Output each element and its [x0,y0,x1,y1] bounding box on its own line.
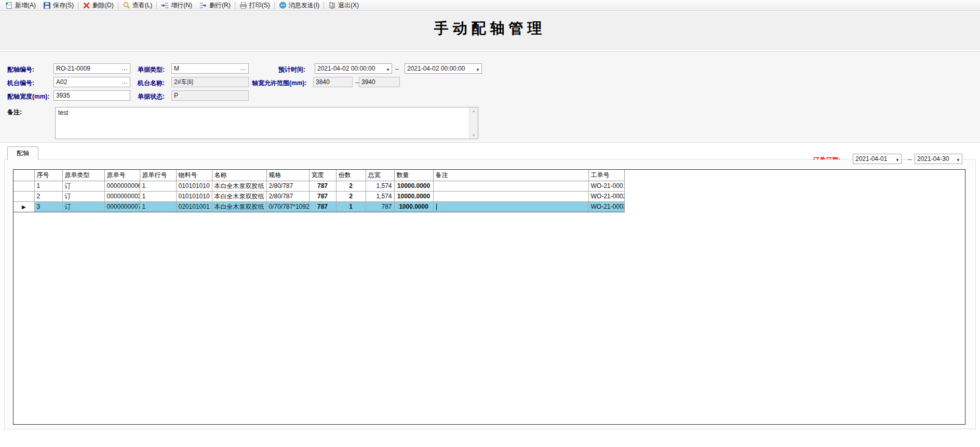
ellipsis-icon[interactable]: … [122,78,128,86]
print-button[interactable]: 打印(S) [236,0,274,11]
view-button[interactable]: 查看(L) [119,0,156,11]
chevron-down-icon[interactable]: ▼ [386,66,390,74]
table-cell-spec[interactable]: 2/80/787 [266,191,309,201]
table-cell-qty[interactable]: 10000.0000 [394,181,433,191]
tab-peizhou[interactable]: 配轴 [7,146,38,160]
chevron-down-icon[interactable]: ▼ [956,156,960,164]
table-cell-src_type[interactable]: 订 [62,201,104,212]
column-header[interactable]: 备注 [433,170,588,181]
table-cell-work_no[interactable]: WO-21-0001 [588,181,624,191]
column-header[interactable]: 工单号 [588,170,624,181]
table-cell-spec[interactable]: 0/70/787*1092 [266,201,309,212]
table-cell-qty[interactable]: 1000.0000 [394,201,433,212]
column-header[interactable]: 原单行号 [140,170,176,181]
add-row-icon [161,2,169,9]
column-header[interactable]: 总宽 [366,170,394,181]
expected-time-from-select[interactable]: 2021-04-02 00:00:00 ▼ [315,63,392,74]
chevron-down-icon[interactable]: ▼ [476,66,480,74]
doc-status-input[interactable]: P [171,90,249,101]
ellipsis-icon[interactable]: … [240,64,247,72]
column-header[interactable]: 宽度 [309,170,336,181]
table-cell-seq[interactable]: 1 [34,181,62,191]
row-selector-cell[interactable]: ▶ [14,201,34,212]
table-cell-qty[interactable]: 10000.0000 [394,191,433,201]
table-cell-material[interactable]: 020101001 [176,201,212,212]
order-date-from-select[interactable]: 2021-04-01 ▼ [853,154,902,164]
table-cell-total_width[interactable]: 787 [366,201,394,212]
row-selector-cell[interactable] [14,181,34,191]
table-cell-src_no[interactable]: 0000000007 [104,201,140,212]
table-cell-remark[interactable] [433,181,588,191]
new-button-label: 新增(A) [15,1,36,10]
table-cell-name[interactable]: 本白全木浆双胶纸 [212,191,266,201]
table-cell-seq[interactable]: 2 [34,191,62,201]
order-date-to-select[interactable]: 2021-04-30 ▼ [915,154,962,164]
table-cell-src_type[interactable]: 订 [62,191,104,201]
column-header[interactable] [14,170,34,181]
table-cell-material[interactable]: 010101010 [176,181,212,191]
table-cell-name[interactable]: 本白全木浆双胶纸 [212,201,266,212]
column-header[interactable]: 原单类型 [62,170,104,181]
table-cell-width[interactable]: 787 [309,191,336,201]
machine-name-input[interactable]: 2#车间 [171,77,249,87]
table-cell-src_line[interactable]: 1 [140,191,176,201]
column-header[interactable]: 序号 [34,170,62,181]
exit-button[interactable]: 退出(X) [325,0,363,11]
column-header[interactable]: 原单号 [104,170,140,181]
table-cell-remark[interactable] [433,201,588,212]
peizhou-no-input[interactable]: RO-21-0009 … [53,63,130,74]
textarea-scrollbar[interactable]: ▲ ▼ [469,107,478,139]
ellipsis-icon[interactable]: … [122,64,128,72]
table-cell-src_no[interactable]: 0000000003 [104,191,140,201]
send-message-button[interactable]: 消息发送(I) [275,0,323,11]
table-cell-spec[interactable]: 2/80/787 [266,181,309,191]
machine-no-input[interactable]: A02 … [53,77,130,87]
table-row[interactable]: 1订00000000061010101010本白全木浆双胶纸2/80/78778… [14,181,624,191]
table-cell-src_no[interactable]: 0000000006 [104,181,140,191]
table-cell-copies[interactable]: 2 [336,191,366,201]
table-cell-width[interactable]: 787 [309,181,336,191]
add-row-button[interactable]: 增行(N) [157,0,196,11]
table-cell-remark[interactable] [433,191,588,201]
new-button[interactable]: 新增(A) [2,0,39,11]
width-range-to-input[interactable]: 3940 [359,77,400,87]
table-cell-work_no[interactable]: WO-21-0002 [588,191,624,201]
column-header[interactable]: 规格 [266,170,309,181]
exit-icon [328,2,336,9]
column-header[interactable]: 名称 [212,170,266,181]
scroll-down-icon[interactable]: ▼ [469,133,478,137]
table-row[interactable]: ▶3订00000000071020101001本白全木浆双胶纸0/70/787*… [14,201,624,212]
doc-type-input[interactable]: M … [171,63,249,74]
table-cell-name[interactable]: 本白全木浆双胶纸 [212,181,266,191]
column-header[interactable]: 数量 [394,170,433,181]
table-cell-work_no[interactable]: WO-21-0003 [588,201,624,212]
table-cell-copies[interactable]: 2 [336,181,366,191]
view-button-label: 查看(L) [132,1,153,10]
delete-row-button[interactable]: 删行(R) [196,0,234,11]
table-cell-material[interactable]: 010101010 [176,191,212,201]
expected-time-to-select[interactable]: 2021-04-02 00:00:00 ▼ [405,63,482,74]
table-cell-src_type[interactable]: 订 [62,181,104,191]
table-cell-total_width[interactable]: 1,574 [366,191,394,201]
axis-width-input[interactable]: 3935 [53,90,130,101]
table-cell-width[interactable]: 787 [309,201,336,212]
chevron-down-icon[interactable]: ▼ [895,156,900,164]
remark-textarea[interactable]: test ▲ ▼ [55,107,478,139]
table-cell-src_line[interactable]: 1 [140,201,176,212]
scroll-up-icon[interactable]: ▲ [469,109,478,113]
machine-no-label: 机台编号: [7,79,34,88]
width-range-from-input[interactable]: 3840 [313,77,353,87]
table-cell-seq[interactable]: 3 [34,201,62,212]
column-header[interactable]: 物料号 [176,170,212,181]
manual-axis-management-window: 新增(A) 保存(S) 删除(D) 查看(L) 增行(N) [0,0,980,447]
column-header[interactable]: 份数 [336,170,366,181]
delete-button[interactable]: 删除(D) [79,0,117,11]
table-cell-total_width[interactable]: 1,574 [366,181,394,191]
save-button[interactable]: 保存(S) [39,0,77,11]
view-icon [123,2,130,9]
row-selector-cell[interactable] [14,191,34,201]
table-body: 1订00000000061010101010本白全木浆双胶纸2/80/78778… [14,181,624,212]
table-row[interactable]: 2订00000000031010101010本白全木浆双胶纸2/80/78778… [14,191,624,201]
table-cell-src_line[interactable]: 1 [140,181,176,191]
table-cell-copies[interactable]: 1 [336,201,366,212]
